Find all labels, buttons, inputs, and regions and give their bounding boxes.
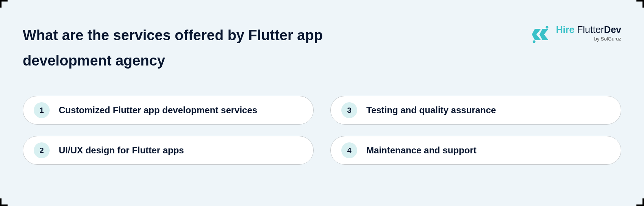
svg-point-0 bbox=[546, 26, 548, 29]
crop-corner-br bbox=[636, 198, 644, 206]
brand-name: Hire FlutterDev bbox=[556, 24, 621, 35]
service-label: Customized Flutter app development servi… bbox=[59, 105, 257, 115]
svg-point-3 bbox=[533, 41, 535, 43]
service-label: Testing and quality assurance bbox=[366, 105, 496, 115]
number-badge: 2 bbox=[34, 142, 50, 158]
services-grid: 1 Customized Flutter app development ser… bbox=[23, 96, 621, 165]
brand-flutter: Flutter bbox=[574, 24, 604, 35]
crop-corner-tl bbox=[0, 0, 8, 8]
page-title: What are the services offered by Flutter… bbox=[23, 23, 364, 73]
brand-logo: Hire FlutterDev by SolGuruz bbox=[530, 24, 621, 45]
number-badge: 1 bbox=[34, 102, 50, 118]
number-badge: 3 bbox=[341, 102, 357, 118]
brand-text: Hire FlutterDev by SolGuruz bbox=[556, 24, 621, 42]
service-item-1: 1 Customized Flutter app development ser… bbox=[23, 96, 314, 125]
brand-dev: Dev bbox=[604, 24, 621, 35]
header: What are the services offered by Flutter… bbox=[23, 23, 621, 73]
brand-byline: by SolGuruz bbox=[594, 36, 621, 42]
brand-icon bbox=[530, 24, 551, 45]
service-label: UI/UX design for Flutter apps bbox=[59, 145, 184, 156]
crop-corner-bl bbox=[0, 198, 8, 206]
service-label: Maintenance and support bbox=[366, 145, 477, 156]
crop-corner-tr bbox=[636, 0, 644, 8]
number-badge: 4 bbox=[341, 142, 357, 158]
svg-marker-2 bbox=[539, 29, 549, 40]
brand-hire: Hire bbox=[556, 24, 575, 35]
service-item-4: 4 Maintenance and support bbox=[330, 136, 621, 165]
service-item-3: 3 Testing and quality assurance bbox=[330, 96, 621, 125]
service-item-2: 2 UI/UX design for Flutter apps bbox=[23, 136, 314, 165]
